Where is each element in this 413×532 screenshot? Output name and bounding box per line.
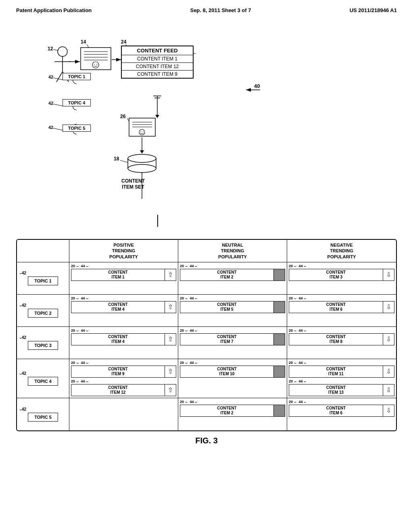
content-item-negative-3-1: 20 ⌣ 44 ⌣ CONTENTITEM 13 ⇩ (289, 379, 394, 396)
svg-line-43 (127, 118, 129, 121)
content-item-box: CONTENTITEM 13 ⇩ (289, 384, 394, 396)
content-item-box: CONTENTITEM 12 ⇧ (71, 384, 176, 396)
neutral-cell-2: 20 ⌣ 44 ⌣ CONTENTITEM 7 (178, 327, 287, 359)
svg-text:12: 12 (48, 46, 53, 52)
header-center: Sep. 8, 2011 Sheet 3 of 7 (190, 7, 251, 13)
ref-20: 20 ⌣ (180, 361, 188, 365)
topic-cell-0: ⌣42 TOPIC 1 (17, 262, 69, 294)
ref-20: 20 ⌣ (180, 400, 188, 404)
neutral-icon (273, 269, 285, 281)
svg-text:42: 42 (48, 101, 53, 106)
content-item-box: CONTENTITEM 1 ⇧ (71, 269, 176, 281)
ref-20: 20 ⌣ (289, 296, 296, 301)
table-header: POSITIVETRENDINGPOPULARITY NEUTRALTRENDI… (17, 240, 396, 262)
svg-text:18: 18 (114, 156, 119, 162)
ref-20: 20 ⌣ (180, 328, 188, 333)
negative-cell-0: 20 ⌣ 44 ⌣ CONTENTITEM 3 ⇩ (287, 262, 396, 294)
ci-labels: 20 ⌣ 44 ⌣ (289, 361, 394, 365)
svg-point-31 (128, 164, 156, 172)
svg-line-3 (56, 72, 63, 82)
negative-cell-1: 20 ⌣ 44 ⌣ CONTENTITEM 6 ⇩ (287, 295, 396, 326)
content-item-box: CONTENTITEM 11 ⇩ (289, 366, 394, 378)
content-item-positive-3-1: 20 ⌣ 44 ⌣ CONTENTITEM 12 ⇧ (71, 379, 176, 396)
positive-cell-2: 20 ⌣ 44 ⌣ CONTENTITEM 4 ⇧ (69, 327, 178, 359)
svg-marker-23 (155, 115, 159, 118)
negative-cell-4: 20 ⌣ 44 ⌣ CONTENTITEM 6 ⇩ (287, 398, 396, 430)
ci-labels: 20 ⌣ 44 ⌣ (180, 361, 285, 365)
svg-point-28 (128, 154, 156, 162)
content-item-neutral-0-0: 20 ⌣ 44 ⌣ CONTENTITEM 2 (180, 264, 285, 281)
neutral-cell-0: 20 ⌣ 44 ⌣ CONTENTITEM 2 (178, 262, 287, 294)
ref-44: 44 ⌣ (299, 379, 307, 384)
table-row-topic-4: ⌣42 TOPIC 4 20 ⌣ 44 ⌣ CONTENTITEM 9 ⇧ 20… (17, 359, 396, 398)
neutral-cell-1: 20 ⌣ 44 ⌣ CONTENTITEM 5 (178, 295, 287, 326)
svg-point-19 (139, 129, 145, 135)
ref-20: 20 ⌣ (289, 328, 296, 333)
content-item-box: CONTENTITEM 5 (180, 301, 285, 313)
topic-cell-1: ⌣42 TOPIC 2 (17, 295, 69, 326)
ci-labels: 20 ⌣ 44 ⌣ (180, 328, 285, 333)
ref-20: 20 ⌣ (71, 361, 79, 365)
header-left: Patent Application Publication (16, 7, 92, 13)
table-row-topic-1: ⌣42 TOPIC 1 20 ⌣ 44 ⌣ CONTENTITEM 1 ⇧ 20… (17, 262, 396, 295)
ci-labels: 20 ⌣ 44 ⌣ (289, 296, 394, 301)
ref-20: 20 ⌣ (289, 379, 296, 384)
content-item-box: CONTENTITEM 2 (180, 405, 285, 417)
ref-44: 44 ⌣ (190, 264, 198, 268)
svg-text:CONTENT: CONTENT (121, 178, 145, 184)
ci-labels: 20 ⌣ 44 ⌣ (71, 264, 176, 268)
content-item-neutral-4-0: 20 ⌣ 44 ⌣ CONTENTITEM 2 (180, 400, 285, 417)
topic-box-0: TOPIC 1 (28, 276, 58, 285)
up-arrow-icon: ⇧ (165, 334, 176, 345)
topic-ref-3: ⌣42 (19, 371, 26, 376)
down-arrow-icon: ⇩ (383, 301, 394, 313)
ref-20: 20 ⌣ (180, 296, 188, 301)
ci-text: CONTENTITEM 2 (180, 269, 273, 281)
ci-text: CONTENTITEM 7 (180, 334, 273, 345)
content-item-box: CONTENTITEM 3 ⇩ (289, 269, 394, 281)
ref-44: 44 ⌣ (299, 400, 307, 404)
neutral-icon (273, 366, 285, 377)
svg-line-53 (53, 128, 63, 130)
content-item-box: CONTENTITEM 6 ⇩ (289, 301, 394, 313)
ref-44: 44 ⌣ (81, 328, 89, 333)
neutral-header: NEUTRALTRENDINGPOPULARITY (178, 240, 287, 262)
ci-labels: 20 ⌣ 44 ⌣ (289, 264, 394, 268)
svg-rect-15 (129, 118, 155, 136)
content-item-neutral-1-0: 20 ⌣ 44 ⌣ CONTENTITEM 5 (180, 296, 285, 313)
table-row-topic-5: ⌣42 TOPIC 5 20 ⌣ 44 ⌣ CONTENTITEM 2 20 ⌣… (17, 398, 396, 430)
topic-box-1-top: TOPIC 1 (63, 73, 91, 80)
content-item-positive-3-0: 20 ⌣ 44 ⌣ CONTENTITEM 9 ⇧ (71, 361, 176, 378)
content-item-1: CONTENT ITEM 1 (122, 55, 193, 63)
svg-line-49 (53, 78, 63, 80)
header-right: US 2011/218946 A1 (350, 7, 397, 13)
ref-44: 44 ⌣ (190, 296, 198, 301)
ref-44: 44 ⌣ (81, 264, 89, 268)
content-item-9: CONTENT ITEM 9 (122, 71, 193, 78)
topic-box-3: TOPIC 4 (28, 377, 58, 386)
neutral-icon (273, 301, 285, 313)
content-feed-box: CONTENT FEED CONTENT ITEM 1 CONTENT ITEM… (121, 46, 194, 79)
ref-44: 44 ⌣ (299, 361, 307, 365)
ci-text: CONTENTITEM 12 (71, 384, 165, 396)
content-item-box: CONTENTITEM 2 (180, 269, 285, 281)
ref-20: 20 ⌣ (289, 264, 296, 268)
top-diagram: 12 14 24 16 26 18 CONTENT ITEM SET 42 42 (40, 21, 282, 215)
svg-point-0 (58, 47, 67, 56)
ci-labels: 20 ⌣ 44 ⌣ (180, 400, 285, 404)
neutral-cell-4: 20 ⌣ 44 ⌣ CONTENTITEM 2 (178, 398, 287, 430)
content-item-positive-0-0: 20 ⌣ 44 ⌣ CONTENTITEM 1 ⇧ (71, 264, 176, 281)
content-item-negative-2-0: 20 ⌣ 44 ⌣ CONTENTITEM 8 ⇩ (289, 328, 394, 345)
svg-text:40: 40 (254, 83, 260, 89)
svg-point-10 (92, 62, 99, 68)
svg-line-51 (53, 104, 63, 106)
negative-cell-3: 20 ⌣ 44 ⌣ CONTENTITEM 11 ⇩ 20 ⌣ 44 ⌣ CON… (287, 359, 396, 398)
positive-cell-1: 20 ⌣ 44 ⌣ CONTENTITEM 4 ⇧ (69, 295, 178, 326)
topic-box-1: TOPIC 2 (28, 309, 58, 318)
ref-44: 44 ⌣ (190, 400, 198, 404)
svg-text:14: 14 (81, 39, 86, 45)
ci-labels: 20 ⌣ 44 ⌣ (71, 296, 176, 301)
down-arrow-icon: ⇩ (383, 269, 394, 281)
ref-44: 44 ⌣ (190, 328, 198, 333)
ci-labels: 20 ⌣ 44 ⌣ (180, 296, 285, 301)
